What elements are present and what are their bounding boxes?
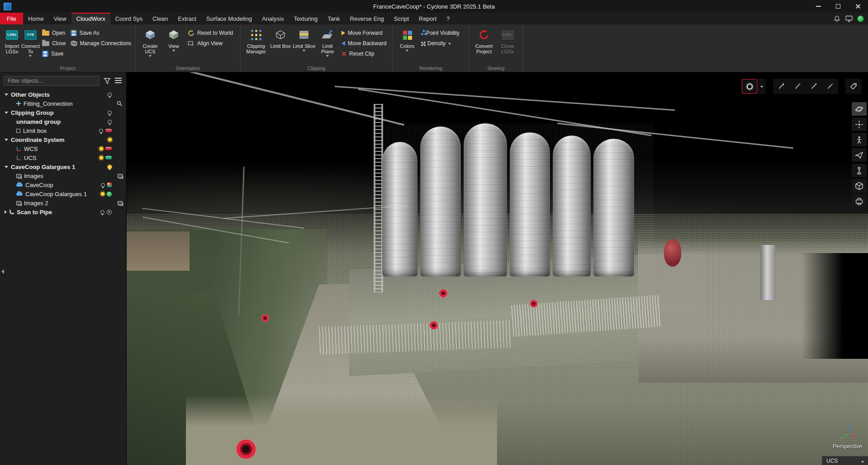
tree-row-cavecoop-galargues-group[interactable]: CaveCoop Galargues 1	[0, 162, 126, 171]
scan-station-button[interactable]	[852, 164, 867, 177]
limit-plane-button[interactable]: Limit Plane	[316, 27, 339, 57]
menu-tab-reverse-eng[interactable]: Reverse Eng	[345, 13, 389, 24]
tree-row-fitting-connection[interactable]: Fitting_Connection	[0, 99, 126, 108]
view-button[interactable]: View	[162, 27, 185, 52]
reset-clip-button[interactable]: Reset Clip	[342, 49, 386, 58]
tree-row-other-objects[interactable]: Other Objects	[0, 90, 126, 99]
expander-icon[interactable]	[5, 112, 8, 114]
color-mode-icon[interactable]	[107, 183, 112, 187]
point-visibility-button[interactable]: Point Visibility	[421, 28, 460, 38]
menu-tab-view[interactable]: View	[49, 13, 71, 24]
target-picker-button[interactable]	[742, 79, 757, 94]
notifications-bell-icon[interactable]	[834, 15, 840, 22]
limit-box-view-button[interactable]	[852, 179, 867, 193]
visibility-sun-icon[interactable]	[108, 138, 112, 141]
maximize-button[interactable]	[828, 0, 848, 13]
menu-tab-script[interactable]: Script	[389, 13, 414, 24]
fly-mode-button[interactable]	[852, 148, 867, 162]
orbit-button[interactable]	[852, 102, 867, 116]
menu-tab-extract[interactable]: Extract	[173, 13, 201, 24]
expander-icon[interactable]	[5, 139, 8, 141]
create-ucs-button[interactable]: Create UCS	[138, 27, 162, 57]
pick-erase-button[interactable]	[822, 79, 838, 94]
tree-row-images[interactable]: Images	[0, 171, 126, 180]
visibility-sun-icon[interactable]	[101, 192, 104, 196]
tree-row-clipping-group[interactable]: Clipping Group	[0, 108, 126, 117]
move-backward-button[interactable]: Move Backward	[342, 39, 386, 48]
visibility-bulb-icon[interactable]	[100, 210, 104, 214]
open-button[interactable]: Open	[42, 28, 66, 38]
tree-row-scan-to-pipe[interactable]: Scan to Pipe	[0, 207, 126, 216]
minimize-button[interactable]	[808, 0, 828, 13]
menu-tab-texturing[interactable]: Texturing	[289, 13, 323, 24]
images-badge-icon[interactable]	[118, 201, 123, 205]
tree-menu-icon[interactable]	[115, 77, 122, 85]
expander-icon[interactable]	[5, 166, 8, 168]
inspect-magnifier-icon[interactable]	[117, 101, 123, 107]
tag-button[interactable]	[846, 79, 861, 94]
visibility-sun-icon[interactable]	[100, 156, 103, 160]
convert-project-button[interactable]: Convert Project	[472, 27, 496, 54]
tree-row-images-2[interactable]: Images 2	[0, 198, 126, 207]
3d-viewport[interactable]: Perspective UCS	[127, 72, 868, 465]
tree-row-coordinate-system[interactable]: Coordinate System	[0, 135, 126, 144]
clone-lgsx-button[interactable]: LGSx Clone LGSx	[496, 27, 519, 54]
tree-row-cavecoop[interactable]: CaveCoop	[0, 180, 126, 189]
connect-to-button[interactable]: CYE Connect To	[21, 27, 40, 57]
close-project-button[interactable]: Close	[42, 39, 66, 48]
close-button[interactable]	[848, 0, 868, 13]
menu-tab-file[interactable]: File	[0, 13, 23, 24]
tree-row-cavecoop-galargues-1[interactable]: CaveCoop Galargues 1	[0, 189, 126, 198]
manage-connections-button[interactable]: Manage Connections	[71, 39, 131, 48]
menu-tab-clean[interactable]: Clean	[147, 13, 173, 24]
walk-mode-button[interactable]	[852, 133, 867, 146]
limit-slice-button[interactable]: Limit Slice	[292, 27, 316, 52]
clipping-manager-button[interactable]: Clipping Manager	[243, 27, 269, 54]
active-toggle-icon[interactable]	[105, 147, 112, 150]
visibility-bulb-icon[interactable]	[108, 120, 112, 124]
tree-row-limit-box[interactable]: Limit box	[0, 126, 126, 135]
menu-tab-tank[interactable]: Tank	[323, 13, 345, 24]
target-marker[interactable]	[530, 300, 537, 307]
expander-icon[interactable]	[5, 94, 8, 96]
expander-icon[interactable]	[5, 210, 7, 214]
pick-cloud-button[interactable]	[790, 79, 805, 94]
visibility-bulb-icon[interactable]	[101, 183, 105, 187]
connection-status-icon[interactable]	[858, 16, 863, 22]
pick-point-button[interactable]	[773, 79, 789, 94]
ucs-selector[interactable]: UCS	[822, 456, 868, 465]
active-toggle-icon[interactable]	[105, 156, 112, 160]
colors-button[interactable]: Colors	[395, 27, 419, 52]
visibility-bulb-icon[interactable]	[108, 93, 112, 97]
images-badge-icon[interactable]	[118, 174, 123, 178]
center-view-button[interactable]	[852, 117, 867, 131]
limit-box-button[interactable]: Limit Box	[269, 27, 292, 49]
snapshot-button[interactable]	[852, 194, 867, 208]
target-marker[interactable]	[261, 314, 269, 322]
filter-input[interactable]	[4, 76, 100, 86]
visibility-bulb-icon[interactable]	[108, 111, 112, 115]
menu-tab-surface-modeling[interactable]: Surface Modeling	[201, 13, 257, 24]
align-view-button[interactable]: Align View	[188, 39, 233, 48]
visibility-sun-icon[interactable]	[100, 147, 103, 150]
status-green-icon[interactable]	[107, 192, 112, 197]
target-marker[interactable]	[439, 289, 447, 298]
import-lgsx-button[interactable]: LGSx Import LGSx	[3, 27, 21, 54]
target-picker-dropdown[interactable]	[758, 79, 765, 94]
tree-row-unnamed-group[interactable]: unnamed group	[0, 117, 126, 126]
display-settings-icon[interactable]	[845, 15, 853, 22]
target-marker[interactable]	[429, 321, 438, 329]
menu-tab-cloudworx[interactable]: CloudWorx	[71, 13, 110, 24]
menu-tab-report[interactable]: Report	[414, 13, 441, 24]
target-marker[interactable]	[236, 439, 256, 459]
menu-tab-coord-sys[interactable]: Coord Sys	[110, 13, 148, 24]
menu-tab-home[interactable]: Home	[23, 13, 49, 24]
visibility-bulb-icon[interactable]	[108, 165, 112, 169]
reset-to-world-button[interactable]: Reset to World	[188, 28, 233, 38]
filter-funnel-icon[interactable]	[104, 78, 111, 85]
save-button[interactable]: Save	[42, 49, 66, 58]
menu-tab-analysis[interactable]: Analysis	[257, 13, 289, 24]
panel-collapse-handle[interactable]	[0, 266, 5, 277]
move-forward-button[interactable]: Move Forward	[342, 28, 386, 38]
menu-tab-help[interactable]: ?	[441, 13, 455, 24]
